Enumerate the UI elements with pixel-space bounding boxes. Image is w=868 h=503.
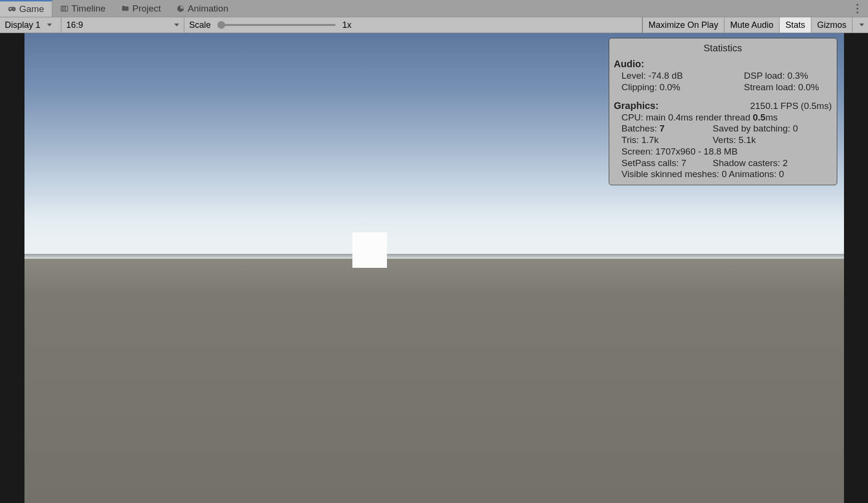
tab-animation-label: Animation [188,3,229,14]
scale-label: Scale [189,20,211,30]
timeline-icon [60,4,69,13]
stats-screen: Screen: 1707x960 - 18.8 MB [614,146,832,157]
tab-animation[interactable]: Animation [169,0,236,17]
stats-shadow-casters: Shadow casters: 2 [713,157,788,169]
mute-label: Mute Audio [730,20,773,30]
gamepad-icon [8,5,16,13]
scene-ground [24,259,844,503]
maximize-label: Maximize On Play [649,20,718,30]
stats-button[interactable]: Stats [779,17,811,33]
stats-audio-level: Level: -74.8 dB [622,70,744,82]
stats-btn-label: Stats [785,20,805,30]
tab-project-label: Project [133,3,161,14]
stats-skinned: Visible skinned meshes: 0 Animations: 0 [614,168,832,180]
scene-cube [352,232,387,268]
game-viewport[interactable]: Statistics Audio: Level: -74.8 dB DSP lo… [24,33,844,503]
stats-graphics-heading: Graphics: [614,100,659,112]
gizmos-dropdown[interactable] [852,17,868,33]
tab-game-label: Game [19,4,44,14]
chevron-down-icon [859,24,864,26]
stats-audio-heading: Audio: [614,58,832,70]
stats-title: Statistics [614,41,832,58]
display-dropdown[interactable]: Display 1 [0,17,61,33]
clock-icon [176,4,185,13]
chevron-down-icon [174,24,179,26]
stats-stream-load: Stream load: 0.0% [744,82,832,93]
tab-timeline-label: Timeline [72,3,106,14]
scale-value: 1x [342,20,351,30]
stats-clipping: Clipping: 0.0% [622,82,744,93]
tab-project[interactable]: Project [113,0,169,17]
scale-slider-thumb[interactable] [217,21,225,29]
stats-verts: Verts: 5.1k [713,134,756,146]
game-toolbar: Display 1 16:9 Scale 1x Maximize On Play… [0,17,868,33]
folder-icon [121,4,130,13]
stats-setpass: SetPass calls: 7 [622,157,713,169]
display-label: Display 1 [5,20,40,30]
gizmos-label: Gizmos [817,20,846,30]
aspect-dropdown[interactable]: 16:9 [61,17,184,33]
stats-saved-batching: Saved by batching: 0 [713,123,798,134]
tab-timeline[interactable]: Timeline [52,0,113,17]
viewport-container: Statistics Audio: Level: -74.8 dB DSP lo… [0,33,868,503]
tab-game[interactable]: Game [0,0,52,17]
chevron-down-icon [47,24,52,26]
statistics-panel: Statistics Audio: Level: -74.8 dB DSP lo… [609,38,837,185]
tab-bar: Game Timeline Project Animation [0,0,868,17]
tab-options-menu[interactable] [852,0,863,17]
maximize-on-play-button[interactable]: Maximize On Play [642,17,724,33]
gizmos-button[interactable]: Gizmos [811,17,852,33]
scale-slider[interactable] [217,24,336,26]
stats-tris: Tris: 1.7k [622,134,713,146]
scale-control: Scale 1x [184,17,642,33]
stats-cpu: CPU: main 0.4ms render thread 0.5ms [614,112,832,123]
aspect-label: 16:9 [66,20,83,30]
stats-fps: 2150.1 FPS (0.5ms) [750,100,832,112]
mute-audio-button[interactable]: Mute Audio [724,17,779,33]
stats-batches: Batches: 7 [622,123,713,134]
stats-dsp-load: DSP load: 0.3% [744,70,832,82]
